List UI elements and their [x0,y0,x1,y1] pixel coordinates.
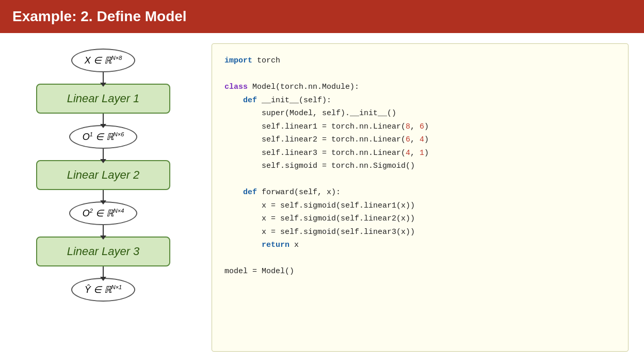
output-node-1: O1 ∈ ℝN×6 [69,125,138,149]
code-line-linear3: self.linear3 = torch.nn.Linear(4, 1) [224,147,616,160]
code-line-model: model = Model() [224,265,616,278]
code-line-linear2: self.linear2 = torch.nn.Linear(6, 4) [224,133,616,147]
main-content: X ∈ ℝN×8 Linear Layer 1 O1 ∈ ℝN×6 Linear… [0,33,644,362]
network-diagram: X ∈ ℝN×8 Linear Layer 1 O1 ∈ ℝN×6 Linear… [15,43,191,352]
arrow-4 [103,190,104,201]
output-node-2: O2 ∈ ℝN×4 [69,201,138,225]
code-line-fwd3: x = self.sigmoid(self.linear3(x)) [224,226,616,239]
linear-layer-1: Linear Layer 1 [36,84,170,114]
code-line-sigmoid: self.sigmoid = torch.nn.Sigmoid() [224,160,616,173]
code-line-forward: def forward(self, x): [224,186,616,199]
code-line-init: def __init__(self): [224,94,616,107]
arrow-6 [103,266,104,278]
code-line-class: class Model(torch.nn.Module): [224,81,616,94]
code-line-linear1: self.linear1 = torch.nn.Linear(8, 6) [224,120,616,134]
arrow-3 [103,149,104,160]
output-node-final: Ŷ ∈ ℝN×1 [71,278,136,302]
linear-layer-3: Linear Layer 3 [36,237,170,266]
arrow-1 [103,72,104,84]
code-line-super: super(Model, self).__init__() [224,107,616,120]
arrow-5 [103,225,104,237]
code-line-fwd2: x = self.sigmoid(self.linear2(x)) [224,212,616,226]
arrow-2 [103,114,104,125]
code-line-return: return x [224,239,616,252]
linear-layer-2: Linear Layer 2 [36,160,170,190]
code-panel: import torch class Model(torch.nn.Module… [212,43,629,352]
code-line-fwd1: x = self.sigmoid(self.linear1(x)) [224,199,616,213]
input-node: X ∈ ℝN×8 [71,49,136,72]
page-header: Example: 2. Define Model [0,0,644,33]
code-line-1: import torch [224,54,616,68]
header-title: Example: 2. Define Model [12,8,187,25]
